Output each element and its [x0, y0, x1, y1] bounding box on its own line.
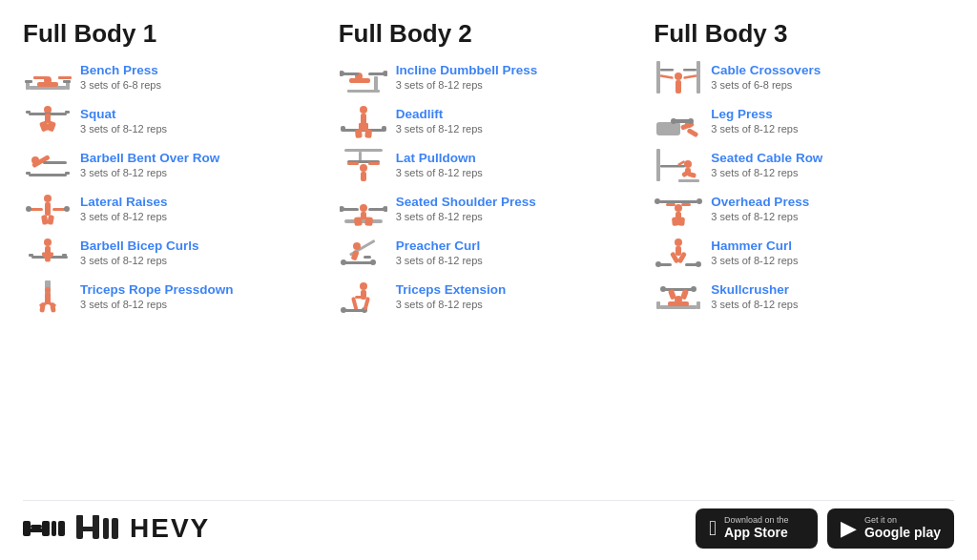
exercise-name: Barbell Bent Over Row: [80, 151, 219, 166]
svg-rect-33: [29, 254, 33, 257]
store-buttons:  Download on the App Store ▶ Get it on …: [696, 508, 954, 549]
svg-rect-66: [368, 162, 380, 165]
appstore-text: Download on the App Store: [724, 516, 789, 541]
main-container: Full Body 1 Bench Press3 sets of 6-8 rep…: [0, 0, 977, 560]
seated-cable-row-icon: [654, 146, 703, 184]
svg-rect-72: [368, 208, 385, 211]
svg-rect-114: [678, 179, 699, 182]
exercise-info: Deadlift3 sets of 8-12 reps: [396, 107, 483, 135]
svg-rect-122: [672, 217, 679, 226]
exercise-sets: 3 sets of 8-12 reps: [80, 122, 167, 135]
svg-rect-115: [659, 200, 697, 203]
svg-rect-65: [347, 162, 359, 165]
svg-point-73: [340, 206, 344, 212]
svg-rect-45: [374, 76, 378, 93]
google-play-button[interactable]: ▶ Get it on Google play: [827, 508, 954, 549]
svg-rect-58: [355, 129, 363, 138]
workout-column-2: Full Body 2 Incline Dumbbell Press3 sets…: [339, 19, 655, 496]
svg-point-74: [383, 206, 387, 212]
svg-rect-2: [66, 82, 70, 90]
appstore-sub: Download on the: [724, 516, 789, 525]
exercise-sets: 3 sets of 8-12 reps: [80, 254, 199, 267]
hammer-curl-icon: [654, 234, 703, 272]
exercise-sets: 3 sets of 8-12 reps: [396, 298, 507, 311]
bench-press-icon: [23, 58, 73, 96]
svg-rect-137: [664, 288, 693, 291]
svg-rect-107: [656, 149, 660, 181]
exercise-sets: 3 sets of 8-12 reps: [80, 298, 234, 311]
svg-point-106: [688, 118, 694, 124]
svg-rect-76: [364, 217, 373, 226]
svg-rect-23: [45, 202, 51, 216]
footer: HEVY  Download on the App Store ▶ Get i…: [23, 500, 954, 549]
svg-rect-96: [660, 69, 674, 72]
exercise-info: Seated Shoulder Press3 sets of 8-12 reps: [396, 195, 536, 223]
svg-point-130: [655, 261, 661, 267]
svg-rect-100: [656, 122, 680, 135]
svg-rect-18: [29, 174, 67, 176]
svg-rect-12: [65, 111, 70, 114]
svg-rect-8: [58, 76, 72, 79]
svg-rect-29: [47, 215, 54, 225]
exercise-sets: 3 sets of 6-8 reps: [80, 78, 161, 92]
svg-rect-147: [58, 521, 65, 536]
exercise-name: Seated Cable Row: [711, 151, 822, 166]
svg-rect-34: [62, 254, 67, 257]
svg-point-27: [64, 206, 70, 212]
appstore-button[interactable]:  Download on the App Store: [696, 508, 818, 549]
svg-rect-75: [354, 217, 363, 226]
exercise-item: Overhead Press3 sets of 8-12 reps: [654, 190, 954, 228]
svg-rect-83: [364, 256, 371, 259]
svg-point-94: [675, 73, 682, 80]
exercise-info: Skullcrusher3 sets of 8-12 reps: [711, 282, 798, 311]
exercise-item: Seated Shoulder Press3 sets of 8-12 reps: [339, 190, 639, 228]
exercise-item: Barbell Bent Over Row3 sets of 8-12 reps: [23, 146, 323, 184]
exercise-sets: 3 sets of 8-12 reps: [711, 122, 798, 135]
lat-pulldown-icon: [339, 146, 388, 184]
appstore-main: App Store: [724, 525, 789, 541]
exercise-name: Deadlift: [396, 107, 483, 122]
exercise-item: Barbell Bicep Curls3 sets of 8-12 reps: [23, 234, 323, 272]
svg-rect-143: [31, 525, 42, 529]
exercise-name: Cable Crossovers: [711, 63, 821, 78]
incline-press-icon: [339, 58, 388, 96]
preacher-curl-icon: [339, 234, 388, 272]
exercise-info: Preacher Curl3 sets of 8-12 reps: [396, 239, 483, 267]
svg-rect-121: [681, 203, 691, 206]
exercise-name: Preacher Curl: [396, 239, 483, 254]
svg-point-52: [360, 106, 367, 114]
svg-point-116: [655, 198, 660, 204]
svg-rect-123: [678, 217, 686, 226]
svg-point-81: [341, 259, 346, 265]
exercise-sets: 3 sets of 8-12 reps: [80, 210, 168, 223]
exercise-name: Triceps Extension: [396, 282, 507, 298]
exercise-info: Cable Crossovers3 sets of 6-8 reps: [711, 63, 821, 92]
svg-rect-152: [112, 518, 118, 539]
column-title-3: Full Body 3: [654, 19, 954, 49]
exercise-sets: 3 sets of 8-12 reps: [711, 254, 798, 267]
svg-point-108: [684, 160, 692, 168]
exercise-sets: 3 sets of 8-12 reps: [711, 210, 809, 223]
exercise-item: Triceps Rope Pressdown3 sets of 8-12 rep…: [23, 278, 323, 316]
svg-point-26: [26, 206, 31, 212]
exercise-info: Barbell Bicep Curls3 sets of 8-12 reps: [80, 239, 199, 267]
svg-rect-150: [93, 518, 99, 539]
svg-rect-88: [344, 309, 364, 312]
exercise-sets: 3 sets of 8-12 reps: [396, 122, 483, 135]
leg-press-icon: [654, 102, 703, 140]
triceps-rope-icon: [23, 278, 73, 316]
column-title-2: Full Body 2: [339, 19, 639, 49]
exercise-info: Lateral Raises3 sets of 8-12 reps: [80, 195, 168, 223]
svg-rect-60: [344, 149, 383, 152]
exercise-item: Squat3 sets of 8-12 reps: [23, 102, 323, 140]
hevy-logo-svg: [74, 510, 120, 547]
exercise-item: Preacher Curl3 sets of 8-12 reps: [339, 234, 639, 272]
svg-rect-120: [666, 203, 676, 206]
svg-point-105: [671, 118, 676, 124]
column-title-1: Full Body 1: [23, 19, 323, 49]
exercise-item: Hammer Curl3 sets of 8-12 reps: [654, 234, 954, 272]
lateral-raises-icon: [23, 190, 73, 228]
svg-point-84: [360, 282, 367, 290]
apple-icon: : [709, 518, 717, 539]
svg-point-63: [360, 164, 367, 172]
